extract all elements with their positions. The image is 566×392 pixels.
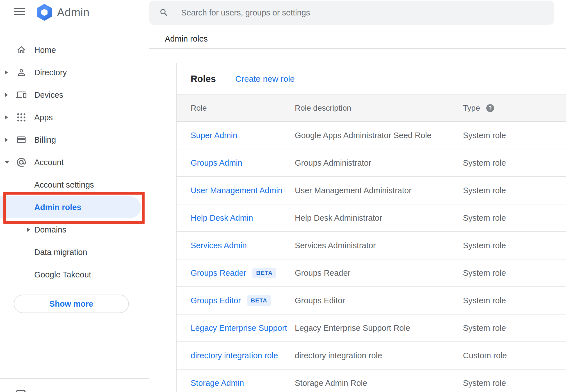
sidebar-item-admin-roles[interactable]: Admin roles (0, 196, 149, 218)
sidebar-item-account[interactable]: Account (0, 151, 149, 174)
table-row: Super Admin Google Apps Administrator Se… (177, 122, 566, 149)
sidebar-divider (0, 378, 149, 379)
column-header-description: Role description (295, 104, 463, 113)
role-link[interactable]: Legacy Enterprise Support (191, 323, 287, 333)
sidebar-item-label: Billing (34, 135, 56, 145)
role-link[interactable]: User Management Admin (191, 186, 282, 195)
home-icon (16, 44, 27, 56)
admin-logo-icon (36, 4, 53, 21)
role-link[interactable]: Help Desk Admin (191, 213, 253, 223)
sidebar-item-label: Account settings (34, 180, 94, 190)
role-link[interactable]: Groups Admin (191, 158, 242, 168)
role-type: System role (463, 268, 566, 278)
app-title: Admin (57, 4, 90, 21)
sidebar: Admin Home Directory Devices Apps Billin… (0, 0, 149, 392)
role-description: Legacy Enterprise Support Role (295, 323, 463, 333)
caret-down-icon (5, 161, 9, 164)
role-link[interactable]: Groups Editor (191, 296, 241, 305)
create-new-role-link[interactable]: Create new role (235, 74, 295, 84)
table-row: Legacy Enterprise Support Legacy Enterpr… (177, 314, 566, 342)
table-header-row: Role Role description Type ? (177, 94, 566, 122)
show-more-button[interactable]: Show more (14, 295, 129, 313)
role-type: System role (463, 296, 566, 305)
caret-right-icon (5, 93, 8, 97)
caret-right-icon (5, 70, 8, 75)
sidebar-item-label: Directory (34, 68, 67, 77)
caret-right-icon (27, 227, 30, 232)
table-row: User Management Admin User Management Ad… (177, 177, 566, 204)
role-type: System role (463, 213, 566, 223)
role-type: System role (463, 186, 566, 195)
role-link[interactable]: Super Admin (191, 131, 237, 140)
role-description: Groups Administrator (295, 158, 463, 168)
column-header-role: Role (191, 104, 295, 113)
sidebar-item-label: Admin roles (34, 203, 81, 212)
sidebar-item-label: Data migration (34, 248, 87, 257)
sidebar-item-data-migration[interactable]: Data migration (0, 241, 149, 263)
sidebar-item-label: Account (34, 158, 64, 167)
role-type: System role (463, 379, 566, 388)
role-link[interactable]: directory integration role (191, 351, 278, 360)
menu-icon[interactable] (14, 8, 25, 15)
role-description: User Management Administrator (295, 186, 463, 195)
help-icon[interactable]: ? (486, 104, 494, 112)
table-row: Groups Reader BETA Groups Reader System … (177, 259, 566, 287)
sidebar-item-label: Apps (34, 113, 53, 122)
table-row: Help Desk Admin Help Desk Administrator … (177, 204, 566, 232)
role-type: System role (463, 131, 566, 140)
sidebar-nav: Home Directory Devices Apps Billing Acco… (0, 39, 149, 286)
roles-panel-header: Roles Create new role (177, 63, 566, 94)
credit-card-icon (16, 134, 27, 145)
sidebar-item-label: Devices (34, 90, 63, 100)
caret-right-icon (5, 115, 8, 120)
sidebar-item-directory[interactable]: Directory (0, 61, 149, 84)
apps-grid-icon (16, 112, 27, 123)
role-type: System role (463, 158, 566, 168)
role-description: Groups Reader (295, 268, 463, 278)
role-type: Custom role (463, 351, 566, 360)
sidebar-item-label: Google Takeout (34, 270, 91, 279)
role-link[interactable]: Services Admin (191, 241, 247, 250)
role-description: Groups Editor (295, 296, 463, 305)
sidebar-item-google-takeout[interactable]: Google Takeout (0, 263, 149, 286)
role-type: System role (463, 241, 566, 250)
sidebar-item-label: Home (34, 45, 56, 55)
table-row: Groups Editor BETA Groups Editor System … (177, 287, 566, 314)
column-header-type: Type (463, 104, 480, 113)
panel-title: Roles (191, 74, 216, 84)
sidebar-item-home[interactable]: Home (0, 39, 149, 61)
beta-badge: BETA (252, 268, 276, 278)
role-description: Help Desk Administrator (295, 213, 463, 223)
sidebar-item-label: Domains (34, 225, 66, 234)
role-description: directory integration role (295, 351, 463, 360)
devices-icon (16, 89, 27, 101)
role-type: System role (463, 323, 566, 333)
role-description: Storage Admin Role (295, 379, 463, 388)
person-icon (16, 67, 27, 78)
table-row: Services Admin Services Administrator Sy… (177, 232, 566, 259)
role-link[interactable]: Storage Admin (191, 379, 244, 388)
role-description: Services Administrator (295, 241, 463, 250)
breadcrumb: Admin roles (165, 34, 208, 44)
caret-right-icon (5, 138, 8, 142)
table-row: directory integration role directory int… (177, 342, 566, 370)
role-description: Google Apps Administrator Seed Role (295, 131, 463, 140)
beta-badge: BETA (247, 295, 271, 306)
table-body: Super Admin Google Apps Administrator Se… (177, 122, 566, 392)
search-bar (149, 1, 554, 25)
role-link[interactable]: Groups Reader (191, 268, 246, 278)
sidebar-item-domains[interactable]: Domains (0, 218, 149, 241)
at-sign-icon (16, 157, 27, 168)
sidebar-item-devices[interactable]: Devices (0, 84, 149, 106)
sidebar-item-billing[interactable]: Billing (0, 129, 149, 151)
table-row: Groups Admin Groups Administrator System… (177, 149, 566, 177)
clipped-bottom-icon (16, 390, 26, 392)
sidebar-item-account-settings[interactable]: Account settings (0, 174, 149, 196)
roles-panel: Roles Create new role Role Role descript… (176, 63, 566, 392)
search-input[interactable] (149, 1, 554, 25)
header-divider (149, 48, 566, 49)
sidebar-item-apps[interactable]: Apps (0, 106, 149, 129)
table-row: Storage Admin Storage Admin Role System … (177, 370, 566, 392)
